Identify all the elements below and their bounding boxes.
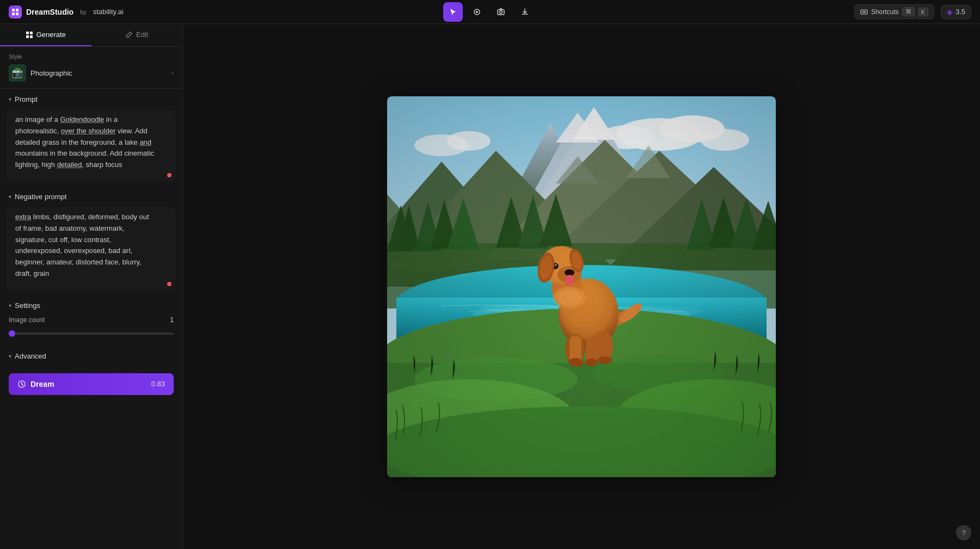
cursor-tool-btn[interactable] (443, 2, 463, 22)
dream-left: Dream (17, 380, 54, 388)
edit-icon (125, 31, 133, 39)
style-thumbnail (9, 64, 26, 82)
settings-collapse-icon: ▾ (9, 303, 11, 309)
negative-prompt-header[interactable]: ▾ Negative prompt (0, 186, 182, 207)
svg-rect-15 (26, 35, 29, 38)
nav-right: Shortcuts ⌘ K ◈ 3.5 (854, 4, 971, 19)
svg-point-20 (15, 69, 18, 72)
shortcuts-label: Shortcuts (871, 8, 899, 16)
prompt-title: Prompt (15, 95, 38, 103)
shortcuts-btn[interactable]: Shortcuts ⌘ K (854, 4, 934, 19)
content-area: ? (183, 24, 980, 549)
svg-rect-9 (862, 11, 863, 12)
topnav: DreamStudio by stability.ai (0, 0, 980, 24)
tab-row: Generate Edit (0, 24, 182, 47)
scene-image (387, 96, 776, 477)
credits-icon: ◈ (947, 8, 953, 16)
dream-cost: 0.83 (151, 380, 165, 388)
settings-title: Settings (15, 301, 40, 310)
advanced-header[interactable]: ▾ Advanced (0, 346, 182, 367)
svg-rect-11 (865, 11, 866, 12)
detailed-word: detailed (57, 161, 82, 169)
advanced-title: Advanced (15, 352, 46, 360)
advanced-collapse-icon: ▾ (9, 353, 11, 359)
svg-point-7 (499, 11, 502, 14)
settings-content: Image count 1 (0, 316, 182, 346)
image-count-row: Image count 1 (9, 316, 174, 324)
svg-rect-0 (12, 9, 15, 11)
negative-prompt-text[interactable]: extra limbs, disfigured, deformed, body … (15, 207, 167, 284)
logo-area: DreamStudio by stability.ai (9, 5, 124, 18)
svg-rect-17 (9, 64, 26, 82)
svg-rect-12 (862, 12, 865, 13)
style-row[interactable]: Photographic › (9, 64, 174, 82)
logo-by-text: by (80, 9, 87, 15)
camera-tool-btn[interactable] (491, 2, 511, 22)
image-count-value: 1 (170, 316, 174, 324)
negative-prompt-collapsible: ▾ Negative prompt extra limbs, disfigure… (0, 186, 182, 295)
slider-thumb[interactable] (9, 330, 15, 337)
extra-word: extra (15, 213, 31, 221)
negative-prompt-dot[interactable] (167, 282, 171, 286)
and-word: and (139, 138, 151, 146)
style-left: Photographic (9, 64, 72, 82)
svg-rect-3 (16, 13, 19, 15)
settings-header[interactable]: ▾ Settings (0, 295, 182, 316)
negative-prompt-title: Negative prompt (15, 193, 66, 201)
svg-point-5 (476, 11, 478, 13)
svg-rect-8 (861, 10, 867, 14)
svg-rect-10 (863, 11, 865, 12)
settings-collapsible: ▾ Settings Image count 1 (0, 295, 182, 346)
svg-rect-14 (30, 32, 33, 34)
svg-rect-13 (26, 32, 29, 34)
prompt-collapsible: ▾ Prompt an image of a Goldendoodle in a… (0, 89, 182, 186)
help-button[interactable]: ? (956, 525, 971, 540)
help-icon: ? (961, 529, 965, 537)
nav-center-tools (443, 2, 535, 22)
tab-edit[interactable]: Edit (91, 24, 183, 46)
svg-rect-98 (387, 96, 776, 477)
negative-prompt-area[interactable]: extra limbs, disfigured, deformed, body … (7, 207, 176, 291)
tab-generate[interactable]: Generate (0, 24, 91, 46)
negative-collapse-icon: ▾ (9, 194, 11, 200)
dream-label: Dream (30, 380, 54, 388)
tab-edit-label: Edit (136, 30, 148, 39)
prompt-collapse-icon: ▾ (9, 96, 11, 102)
sidebar: Generate Edit Style (0, 24, 183, 549)
dream-icon (17, 380, 26, 388)
svg-point-18 (12, 73, 23, 79)
keyboard-icon (860, 8, 868, 16)
svg-rect-2 (12, 13, 15, 15)
app-logo-icon (9, 5, 22, 18)
dream-button[interactable]: Dream 0.83 (9, 373, 174, 395)
style-section: Style Photographic › (0, 47, 182, 89)
prompt-area[interactable]: an image of a Goldendoodle in a photorea… (7, 110, 176, 182)
slider-track (9, 332, 174, 335)
image-count-slider-container[interactable] (9, 328, 174, 339)
generate-icon (26, 31, 33, 39)
prompt-error-dot[interactable] (167, 173, 171, 177)
advanced-collapsible: ▾ Advanced (0, 346, 182, 367)
style-label: Style (9, 53, 174, 60)
generated-image-container (387, 96, 776, 477)
brand-name: stability.ai (93, 8, 124, 16)
prompt-header[interactable]: ▾ Prompt (0, 89, 182, 110)
credits-badge[interactable]: ◈ 3.5 (941, 5, 971, 19)
over-the-shoulder-phrase: over the shoulder (61, 127, 115, 135)
magic-tool-btn[interactable] (467, 2, 487, 22)
image-count-label: Image count (9, 316, 45, 324)
credits-value: 3.5 (955, 8, 965, 16)
prompt-text[interactable]: an image of a Goldendoodle in a photorea… (15, 110, 167, 175)
app-name: DreamStudio (26, 8, 74, 16)
download-tool-btn[interactable] (515, 2, 535, 22)
style-name: Photographic (30, 69, 72, 77)
main-layout: Generate Edit Style (0, 24, 980, 549)
svg-point-19 (14, 68, 21, 76)
svg-rect-16 (30, 35, 33, 38)
kbd-cmd: ⌘ (902, 7, 915, 16)
kbd-key: K (918, 8, 928, 16)
style-chevron-icon: › (171, 69, 174, 77)
goldendoodle-word: Goldendoodle (60, 115, 104, 124)
svg-rect-1 (16, 9, 19, 11)
tab-generate-label: Generate (36, 30, 66, 39)
